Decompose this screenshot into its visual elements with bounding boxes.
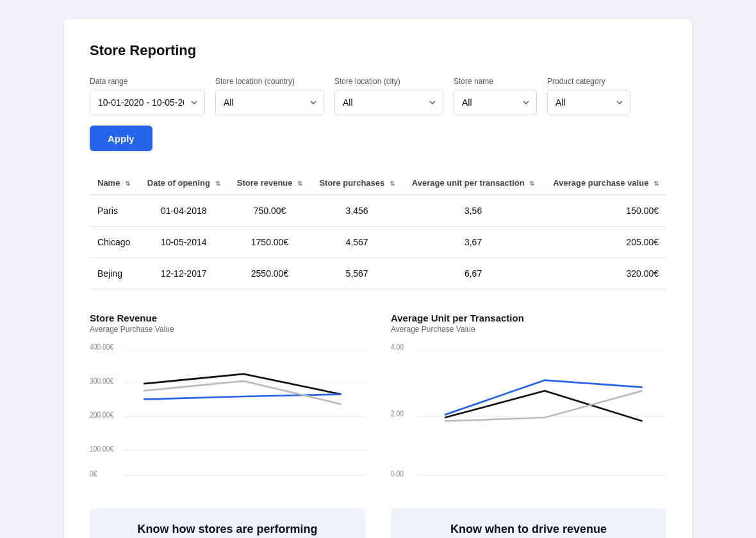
svg-text:0€: 0€ — [90, 470, 97, 478]
cell-avg_purchase: 205.00€ — [543, 227, 666, 258]
cell-date_opening: 12-12-2017 — [139, 258, 229, 289]
cell-store_revenue: 750.00€ — [229, 195, 311, 227]
avg-unit-chart: Average Unit per Transaction Average Pur… — [391, 313, 666, 483]
col-avg-unit[interactable]: Average unit per transaction ⇅ — [403, 172, 543, 195]
apply-button[interactable]: Apply — [90, 126, 152, 151]
cell-avg_unit: 3,56 — [403, 195, 543, 227]
sort-icon-purchases: ⇅ — [390, 180, 395, 187]
table-row: Chicago10-05-20141750.00€4,5673,67205.00… — [90, 227, 666, 258]
country-select[interactable]: All — [215, 90, 324, 115]
bottom-banners: Know how stores are performing Know when… — [90, 509, 666, 538]
cell-store_revenue: 1750.00€ — [229, 227, 311, 258]
city-select[interactable]: All — [334, 90, 443, 115]
cell-avg_purchase: 320.00€ — [543, 258, 666, 289]
store-revenue-chart: Store Revenue Average Purchase Value 400… — [90, 313, 365, 483]
cell-store_purchases: 4,567 — [311, 227, 403, 258]
table-row: Bejing12-12-20172550.00€5,5676,67320.00€ — [90, 258, 666, 289]
date-range-label: Data range — [90, 77, 205, 86]
svg-text:400.00€: 400.00€ — [90, 343, 114, 352]
left-chart-title: Store Revenue — [90, 313, 365, 323]
filters-row: Data range 10-01-2020 - 10-05-2023 Store… — [90, 77, 666, 151]
category-select[interactable]: All — [547, 90, 630, 115]
banner-stores-text: Know how stores are performing — [137, 523, 317, 536]
country-label: Store location (country) — [215, 77, 324, 86]
cell-store_revenue: 2550.00€ — [229, 258, 311, 289]
table-header-row: Name ⇅ Date of opening ⇅ Store revenue ⇅… — [90, 172, 666, 195]
city-filter: Store location (city) All — [334, 77, 443, 115]
left-chart-svg: 400.00€ 300.00€ 200.00€ 100.00€ 0€ Nov 2… — [90, 340, 365, 481]
col-date[interactable]: Date of opening ⇅ — [139, 172, 229, 195]
svg-text:300.00€: 300.00€ — [90, 377, 114, 385]
cell-name: Bejing — [90, 258, 139, 289]
table-row: Paris01-04-2018750.00€3,4563,56150.00€ — [90, 195, 666, 227]
cell-name: Chicago — [90, 227, 139, 258]
main-container: Store Reporting Data range 10-01-2020 - … — [64, 19, 692, 538]
sort-icon-revenue: ⇅ — [297, 180, 302, 187]
store-select[interactable]: All — [454, 90, 537, 115]
date-range-select[interactable]: 10-01-2020 - 10-05-2023 — [90, 90, 205, 115]
right-chart-title: Average Unit per Transaction — [391, 313, 666, 323]
sort-icon-date: ⇅ — [215, 180, 220, 187]
cell-date_opening: 10-05-2014 — [139, 227, 229, 258]
cell-date_opening: 01-04-2018 — [139, 195, 229, 227]
cell-avg_unit: 6,67 — [403, 258, 543, 289]
svg-text:2.00: 2.00 — [391, 409, 404, 418]
date-range-filter: Data range 10-01-2020 - 10-05-2023 — [90, 77, 205, 115]
sort-icon-name: ⇅ — [125, 180, 130, 187]
col-purchases[interactable]: Store purchases ⇅ — [311, 172, 403, 195]
cell-avg_unit: 3,67 — [403, 227, 543, 258]
city-label: Store location (city) — [334, 77, 443, 86]
banner-revenue: Know when to drive revenue — [391, 509, 666, 538]
svg-text:100.00€: 100.00€ — [90, 444, 114, 453]
category-label: Product category — [547, 77, 630, 86]
sort-icon-avgpurchase: ⇅ — [653, 180, 659, 187]
right-chart-subtitle: Average Purchase Value — [391, 325, 666, 334]
svg-text:0.00: 0.00 — [391, 470, 404, 478]
banner-stores: Know how stores are performing — [90, 509, 365, 538]
sort-icon-avgunit: ⇅ — [529, 180, 534, 187]
left-chart-subtitle: Average Purchase Value — [90, 325, 365, 334]
charts-row: Store Revenue Average Purchase Value 400… — [90, 313, 666, 483]
store-filter: Store name All — [454, 77, 537, 115]
col-avg-purchase[interactable]: Average purchase value ⇅ — [543, 172, 666, 195]
store-label: Store name — [454, 77, 537, 86]
country-filter: Store location (country) All — [215, 77, 324, 115]
store-table: Name ⇅ Date of opening ⇅ Store revenue ⇅… — [90, 172, 666, 289]
page-title: Store Reporting — [90, 42, 666, 59]
cell-name: Paris — [90, 195, 139, 227]
col-name[interactable]: Name ⇅ — [90, 172, 139, 195]
svg-text:4.00: 4.00 — [391, 343, 404, 352]
svg-text:200.00€: 200.00€ — [90, 411, 114, 419]
cell-store_purchases: 5,567 — [311, 258, 403, 289]
col-revenue[interactable]: Store revenue ⇅ — [229, 172, 311, 195]
category-filter: Product category All — [547, 77, 630, 115]
right-chart-svg: 4.00 2.00 0.00 Nov 2022 Dec 2022 Jan 202… — [391, 340, 666, 481]
banner-revenue-text: Know when to drive revenue — [450, 523, 607, 536]
cell-store_purchases: 3,456 — [311, 195, 403, 227]
cell-avg_purchase: 150.00€ — [543, 195, 666, 227]
